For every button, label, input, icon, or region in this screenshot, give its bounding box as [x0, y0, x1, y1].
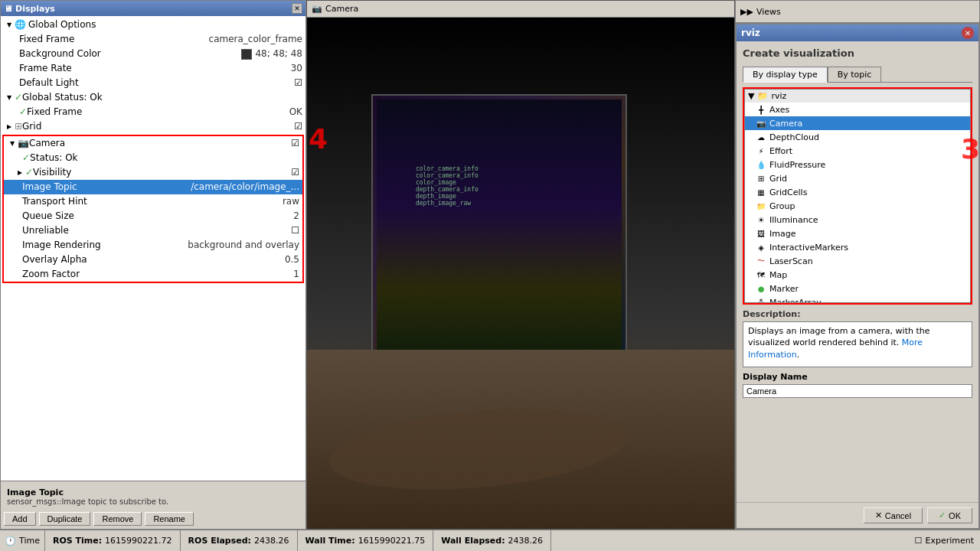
viz-item-interactivemarkers[interactable]: ◈ InteractiveMarkers: [745, 240, 970, 254]
viz-item-marker[interactable]: ● Marker: [745, 282, 970, 295]
zoom-factor-row: Zoom Factor 1: [4, 267, 302, 282]
viz-item-fluidpressure[interactable]: 💧 FluidPressure: [745, 158, 970, 171]
displays-panel: 🖥 Displays ✕ ▼ 🌐 Global Options Fixed Fr…: [0, 0, 306, 530]
displays-title: Displays: [15, 4, 55, 14]
viz-item-label-depthcloud: DepthCloud: [769, 132, 819, 142]
group-icon: 📁: [756, 201, 766, 211]
overlay-alpha-value: 0.5: [285, 253, 299, 266]
grid-label: Grid: [22, 120, 294, 133]
tab-by-topic[interactable]: By topic: [828, 67, 882, 82]
viz-item-camera[interactable]: 📷 Camera: [745, 116, 970, 130]
desc-period: .: [797, 350, 800, 360]
description-section: Description: Displays an image from a ca…: [743, 309, 972, 367]
visibility-arrow[interactable]: ▶: [18, 166, 25, 179]
views-arrow-icon: ▶▶: [740, 7, 753, 17]
viz-list-container[interactable]: ▼ 📁 rviz ╋ Axes: [744, 89, 971, 303]
transport-hint-label: Transport Hint: [22, 195, 279, 208]
visibility-row: ▶ ✓ Visibility ☑: [4, 165, 302, 180]
viz-item-group[interactable]: 📁 Group: [745, 199, 970, 213]
info-section: Image Topic sensor_msgs::Image topic to …: [4, 484, 302, 509]
visibility-check: ☑: [291, 166, 299, 179]
illuminance-icon: ☀: [756, 214, 766, 225]
ros-time-label: ROS Time:: [53, 536, 102, 546]
add-button[interactable]: Add: [4, 512, 36, 526]
camera-scene: color_camera_infocolor_camera_infocolor_…: [307, 18, 734, 529]
fixed-frame-row: Fixed Frame camera_color_frame: [1, 32, 305, 47]
displays-button-row: Add Duplicate Remove Rename: [4, 512, 302, 526]
camera-view: 📷 Camera color_camera_infocolor_camera_i…: [306, 0, 735, 530]
experiment-check: ☐: [915, 536, 923, 546]
screen-display: color_camera_infocolor_camera_infocolor_…: [371, 94, 628, 375]
viz-item-image[interactable]: 🖼 Image: [745, 227, 970, 240]
global-options-arrow[interactable]: ▼: [7, 18, 15, 31]
viz-item-map[interactable]: 🗺 Map: [745, 268, 970, 282]
frame-rate-row: Frame Rate 30: [1, 61, 305, 76]
global-options-row[interactable]: ▼ 🌐 Global Options: [1, 18, 305, 32]
right-area: ▶▶ Views rviz ✕ Create visualization By …: [735, 0, 980, 530]
camera-view-title: Camera: [325, 4, 358, 14]
background-color-value: 48; 48; 48: [255, 47, 302, 60]
fixed-frame-value: camera_color_frame: [209, 33, 302, 46]
viz-item-label-map: Map: [769, 270, 787, 280]
cancel-button[interactable]: ✕ Cancel: [864, 507, 923, 523]
titlebar-left: 🖥 Displays: [4, 4, 55, 14]
displays-close-button[interactable]: ✕: [292, 3, 302, 14]
remove-button[interactable]: Remove: [93, 512, 142, 526]
time-section[interactable]: 🕐 Time: [0, 530, 45, 551]
time-icon: 🕐: [5, 536, 16, 546]
grid-arrow[interactable]: ▶: [7, 120, 15, 133]
viz-item-laserscan[interactable]: 〜 LaserScan: [745, 254, 970, 268]
map-icon: 🗺: [756, 269, 766, 280]
monitor-icon: 🖥: [4, 4, 12, 14]
info-description: sensor_msgs::Image topic to subscribe to…: [7, 497, 299, 506]
overlay-alpha-row: Overlay Alpha 0.5: [4, 253, 302, 267]
grid-row[interactable]: ▶ ⊞ Grid ☑: [1, 119, 305, 134]
viz-item-illuminance[interactable]: ☀ Illuminance: [745, 213, 970, 227]
dialog-content: Create visualization By display type By …: [737, 41, 978, 502]
zoom-factor-value: 1: [293, 268, 299, 281]
image-rendering-row: Image Rendering background and overlay: [4, 238, 302, 253]
global-status-row[interactable]: ▼ ✓ Global Status: Ok: [1, 90, 305, 105]
queue-size-row: Queue Size 2: [4, 209, 302, 223]
display-name-input[interactable]: [743, 384, 972, 398]
background-color-row: Background Color 48; 48; 48: [1, 47, 305, 61]
wall-time-value: 1615990221.75: [358, 536, 425, 546]
ros-elapsed-label: ROS Elapsed:: [188, 536, 251, 546]
image-topic-row[interactable]: Image Topic /camera/color/image_...: [4, 180, 302, 194]
fixed-frame-label: Fixed Frame: [19, 33, 206, 46]
viz-group-rviz: ▼ 📁 rviz: [745, 90, 970, 103]
gs-fixed-frame-row: ✓ Fixed Frame OK: [1, 105, 305, 119]
image-rendering-value: background and overlay: [188, 239, 299, 252]
viz-tab-bar: By display type By topic: [743, 67, 972, 83]
global-status-label: Global Status: Ok: [22, 91, 302, 104]
viz-item-depthcloud[interactable]: ☁ DepthCloud: [745, 130, 970, 144]
rename-button[interactable]: Rename: [145, 512, 194, 526]
experiment-label: Experiment: [925, 536, 974, 546]
viz-item-grid[interactable]: ⊞ Grid: [745, 171, 970, 185]
viz-item-gridcells[interactable]: ▦ GridCells: [745, 185, 970, 199]
dialog-close-button[interactable]: ✕: [962, 27, 974, 39]
ros-time-item: ROS Time: 1615990221.72: [45, 530, 181, 551]
global-status-arrow[interactable]: ▼: [7, 91, 15, 104]
camera-row[interactable]: ▼ 📷 Camera ☑: [4, 136, 302, 151]
viz-item-axes[interactable]: ╋ Axes: [745, 103, 970, 116]
camera-status-icon: ✓: [22, 152, 30, 165]
viz-item-label-illuminance: Illuminance: [769, 215, 818, 225]
camera-status-label: Status: Ok: [30, 152, 299, 165]
experiment-section: ☐ Experiment: [909, 536, 980, 546]
viz-item-label-grid: Grid: [769, 174, 787, 184]
camera-check: ☑: [291, 137, 299, 150]
camera-arrow[interactable]: ▼: [10, 137, 18, 150]
default-light-label: Default Light: [19, 77, 291, 90]
camera-titlebar: 📷 Camera: [307, 1, 734, 18]
duplicate-button[interactable]: Duplicate: [39, 512, 91, 526]
create-viz-title: Create visualization: [743, 47, 972, 59]
viz-item-effort[interactable]: ⚡ Effort: [745, 144, 970, 158]
overlay-alpha-label: Overlay Alpha: [22, 253, 282, 266]
ok-button[interactable]: ✓ OK: [927, 507, 972, 523]
unreliable-label: Unreliable: [22, 224, 286, 237]
grid-icon: ⊞: [756, 173, 766, 184]
wall-time-label: Wall Time:: [305, 536, 355, 546]
viz-item-markerarray[interactable]: ⁂ MarkerArray: [745, 295, 970, 303]
tab-by-display-type[interactable]: By display type: [743, 67, 828, 83]
